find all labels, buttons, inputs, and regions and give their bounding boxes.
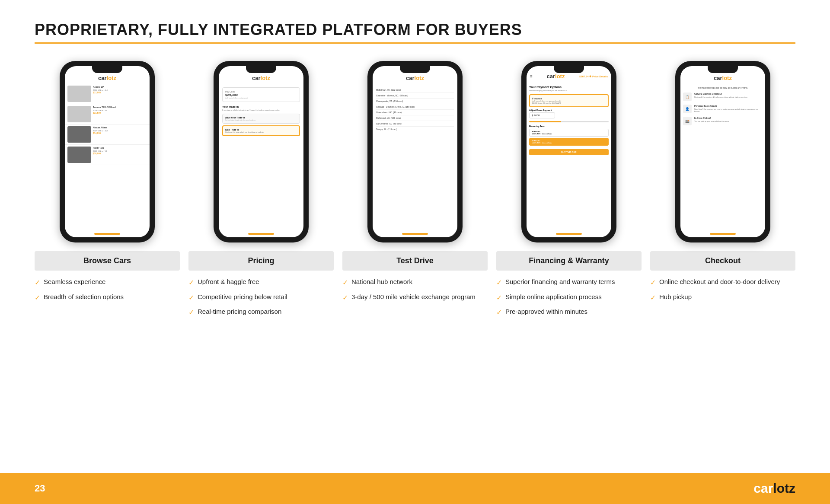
phone-home-bar-browse	[94, 233, 120, 235]
footer: 23 carlotz	[0, 473, 830, 504]
car-details-1: Accord LP 2015 · 45k mi · 4cyl $17,995	[93, 86, 147, 102]
checkout-express-desc: Review all the numbers & finalize everyt…	[694, 96, 763, 98]
bullets-checkout: ✓Online checkout and door-to-door delive…	[650, 278, 795, 307]
phone-home-bar-test	[402, 233, 428, 235]
screen-browse: Accord LP 2015 · 45k mi · 4cyl $17,995 T…	[65, 84, 150, 165]
finance-term-label: Financing Term	[529, 125, 609, 128]
bullet-pricing-3: ✓Real-time pricing comparison	[188, 307, 334, 317]
checkout-feature-2: 👤 Personal Sales Coach Need help? Our co…	[683, 105, 763, 113]
phone-notch-finance	[554, 66, 584, 73]
pricing-trade-title: Your Trade-In	[222, 105, 300, 108]
car-title-2: Tacoma TRD Off Road	[93, 106, 147, 108]
finance-term-60[interactable]: 60 Months 5.24% APR · Interest Rate	[529, 138, 609, 146]
car-price-1: $17,995	[93, 91, 147, 94]
pricing-pay-sub: incl. taxes & fees, est amount	[225, 97, 297, 99]
page-title: PROPRIETARY, FULLY INTEGRATED PLATFORM F…	[35, 21, 795, 39]
pricing-value-sub: Get an instant estimate for your trade-i…	[225, 119, 297, 121]
finance-term-48[interactable]: 48 Months 4.84% APR · Interest Rate	[529, 129, 609, 137]
phone-screen-pricing: carlotz Pay Cash $29,380 incl. taxes & f…	[219, 66, 303, 237]
car-price-2: $31,500	[93, 112, 147, 114]
car-details-2: Tacoma TRD Off Road 2018 · 32k mi · V6 $…	[93, 106, 147, 122]
check-browse-2: ✓	[35, 293, 40, 303]
label-box-browse: Browse Cars	[35, 251, 180, 271]
footer-logo-car: car	[753, 481, 773, 495]
pricing-skip-sub: Continue this step only if you don't hav…	[225, 131, 297, 133]
test-location-2: Charlotte - Monroe, NC. (58 cars)	[376, 93, 454, 99]
pricing-value-box: Value Your Trade-In Get an instant estim…	[222, 114, 300, 124]
checkout-feature-text-1: CarLotz Express Checkout Review all the …	[694, 93, 763, 98]
check-checkout-1: ✓	[650, 278, 656, 287]
finance-payment-desc: Select the buying option that you are in…	[529, 89, 609, 92]
check-pricing-2: ✓	[188, 293, 194, 303]
pricing-skip-box[interactable]: Skip Trade-In Continue this step only if…	[222, 125, 300, 136]
phone-checkout: carlotz We make buying a car as easy as …	[675, 61, 770, 242]
car-img-2	[67, 106, 91, 122]
bullets-financing: ✓Superior financing and warranty terms ✓…	[496, 278, 642, 322]
checkout-store-icon: 🏬	[683, 117, 692, 125]
phone-home-bar-checkout	[710, 233, 736, 235]
label-box-financing: Financing & Warranty	[496, 251, 642, 271]
title-underline	[35, 42, 795, 44]
finance-payment-title: Your Payment Options	[529, 86, 609, 89]
finance-option-finance[interactable]: Finance incl. taxes & fees, on approved …	[529, 94, 609, 107]
check-test-2: ✓	[342, 293, 348, 303]
car-img-3	[67, 126, 91, 143]
bullet-financing-1: ✓Superior financing and warranty terms	[496, 278, 642, 287]
label-pricing: Pricing	[248, 256, 274, 265]
phone-screen-finance: ☰ carlotz $267.94 ✱ Price Details Your P…	[527, 66, 611, 237]
phone-notch-checkout	[708, 66, 738, 73]
logo-lotz-browse: lotz	[107, 75, 116, 81]
check-test-1: ✓	[342, 278, 348, 287]
car-details-3: Nissan Altima 2017 · 28k mi · 4cyl $14,2…	[93, 126, 147, 143]
phone-screen-browse: carlotz Accord LP 2015 · 45k mi · 4cyl $…	[65, 66, 150, 237]
test-location-5: Greensboro, NC. (40 cars)	[376, 110, 454, 115]
car-title-1: Accord LP	[93, 86, 147, 88]
finance-down-input[interactable]: $ 2000	[529, 112, 555, 118]
column-test-drive: carlotz Midlothian, VA. (122 cars) Charl…	[342, 61, 488, 307]
phone-finance: ☰ carlotz $267.94 ✱ Price Details Your P…	[521, 61, 616, 242]
bullet-pricing-1: ✓Upfront & haggle free	[188, 278, 334, 287]
phone-screen-test: carlotz Midlothian, VA. (122 cars) Charl…	[373, 66, 457, 237]
checkout-express-icon: 📋	[683, 93, 692, 101]
phones-row: carlotz Accord LP 2015 · 45k mi · 4cyl $…	[35, 61, 795, 322]
screen-pricing: Pay Cash $29,380 incl. taxes & fees, est…	[219, 84, 303, 142]
label-financing: Financing & Warranty	[529, 256, 609, 265]
bullet-checkout-2: ✓Hub pickup	[650, 293, 795, 303]
label-box-checkout: Checkout	[650, 251, 795, 271]
phone-notch	[92, 66, 122, 73]
bullet-financing-3: ✓Pre-approved within minutes	[496, 307, 642, 317]
bullet-checkout-1: ✓Online checkout and door-to-door delive…	[650, 278, 795, 287]
logo-car-browse: car	[98, 75, 107, 81]
label-checkout: Checkout	[705, 256, 741, 265]
check-checkout-2: ✓	[650, 293, 656, 303]
car-img-4	[67, 147, 91, 163]
finance-down-label: Adjust Down Payment	[529, 109, 609, 112]
checkout-feature-text-2: Personal Sales Coach Need help? Our coac…	[694, 105, 763, 112]
phone-home-bar-pricing	[248, 233, 274, 235]
label-box-pricing: Pricing	[188, 251, 334, 271]
check-financing-1: ✓	[496, 278, 502, 287]
checkout-coach-title: Personal Sales Coach	[694, 105, 763, 107]
car-title-3: Nissan Altima	[93, 126, 147, 129]
label-box-test: Test Drive	[342, 251, 488, 271]
phone-screen-checkout: carlotz We make buying a car as easy as …	[680, 66, 765, 237]
finance-buy-button[interactable]: BUY THIS CAR	[529, 149, 609, 155]
pricing-trade-section: Your Trade-In If you have a vehicle to t…	[222, 105, 300, 136]
phone-pricing: carlotz Pay Cash $29,380 incl. taxes & f…	[214, 61, 309, 242]
label-browse: Browse Cars	[83, 256, 131, 265]
column-pricing: carlotz Pay Cash $29,380 incl. taxes & f…	[188, 61, 334, 322]
check-browse-1: ✓	[35, 278, 40, 287]
check-pricing-1: ✓	[188, 278, 194, 287]
car-img-1	[67, 86, 91, 102]
checkout-headline: We make buying a car as easy as buying a…	[683, 86, 763, 89]
column-browse: carlotz Accord LP 2015 · 45k mi · 4cyl $…	[35, 61, 180, 307]
browse-car-1: Accord LP 2015 · 45k mi · 4cyl $17,995	[65, 84, 150, 104]
label-test: Test Drive	[396, 256, 434, 265]
checkout-feature-3: 🏬 In-Store Pickup! You can pick up your …	[683, 117, 763, 125]
finance-slider[interactable]	[529, 121, 609, 122]
test-location-7: San Antonio, TX. (93 cars)	[376, 121, 454, 127]
bullet-financing-2: ✓Simple online application process	[496, 293, 642, 303]
check-financing-3: ✓	[496, 308, 502, 317]
bullets-pricing: ✓Upfront & haggle free ✓Competitive pric…	[188, 278, 334, 322]
screen-finance: Your Payment Options Select the buying o…	[527, 81, 611, 158]
